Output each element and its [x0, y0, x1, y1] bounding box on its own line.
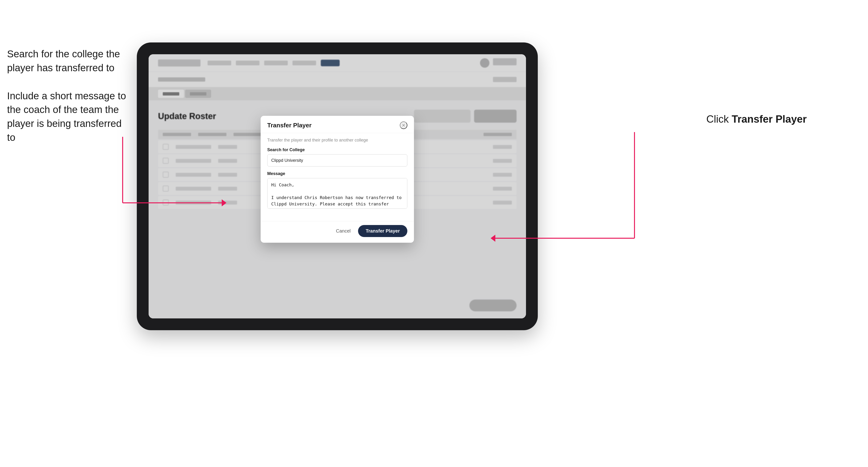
modal-footer: Cancel Transfer Player: [261, 221, 414, 243]
college-search-input[interactable]: [267, 154, 407, 166]
modal-body: Transfer the player and their profile to…: [261, 133, 414, 221]
modal-close-button[interactable]: ×: [400, 121, 407, 129]
transfer-player-button[interactable]: Transfer Player: [358, 225, 407, 237]
annotation-text-search: Search for the college the player has tr…: [7, 47, 130, 75]
tablet-screen: Update Roster: [149, 54, 526, 318]
transfer-player-modal: Transfer Player × Transfer the player an…: [261, 116, 414, 243]
college-search-group: Search for College: [267, 148, 407, 166]
message-label: Message: [267, 171, 407, 176]
message-textarea[interactable]: Hi Coach, I understand Chris Robertson h…: [267, 178, 407, 209]
modal-overlay: Transfer Player × Transfer the player an…: [149, 54, 526, 318]
modal-title: Transfer Player: [267, 122, 312, 129]
college-search-label: Search for College: [267, 148, 407, 152]
message-group: Message Hi Coach, I understand Chris Rob…: [267, 171, 407, 210]
annotation-text-message: Include a short message to the coach of …: [7, 89, 130, 145]
close-icon: ×: [402, 122, 405, 129]
annotation-right: Click Transfer Player: [706, 113, 807, 125]
modal-header: Transfer Player ×: [261, 116, 414, 133]
app-background: Update Roster: [149, 54, 526, 318]
annotation-left: Search for the college the player has tr…: [7, 47, 130, 159]
annotation-transfer-label: Transfer Player: [732, 113, 807, 125]
modal-description: Transfer the player and their profile to…: [267, 138, 407, 143]
cancel-button[interactable]: Cancel: [332, 226, 354, 236]
annotation-click-label: Click: [706, 113, 728, 125]
tablet-device: Update Roster: [137, 42, 538, 330]
